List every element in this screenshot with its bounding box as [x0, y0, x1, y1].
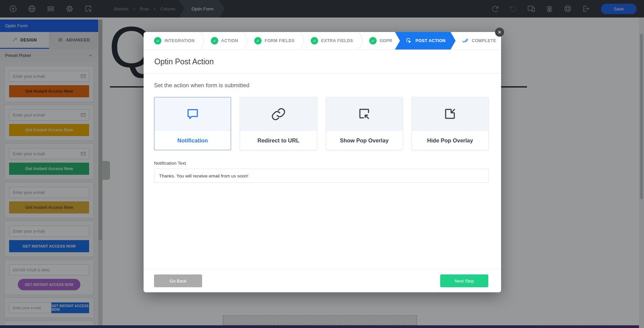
wizard-step-label: POST ACTION: [415, 38, 445, 43]
wizard-step-integration[interactable]: INTEGRATION: [148, 32, 200, 50]
wizard-step-action[interactable]: ACTION: [205, 32, 244, 50]
check-circle-icon: [311, 37, 318, 44]
option-label: Show Pop Overlay: [326, 131, 403, 150]
step-separator: [200, 32, 205, 50]
modal-title: Optin Post Action: [144, 50, 501, 73]
step-separator: [244, 32, 249, 50]
wizard-step-label: INTEGRATION: [164, 38, 195, 43]
notification-text-input[interactable]: [154, 169, 489, 183]
wizard-step-complete[interactable]: COMPLETE: [456, 32, 501, 50]
wizard-step-label: EXTRA FIELDS: [321, 38, 353, 43]
check-circle-icon: [154, 37, 161, 44]
wizard-steps: INTEGRATIONACTIONFORM FIELDSEXTRA FIELDS…: [144, 32, 501, 50]
notification-icon: [154, 97, 231, 131]
next-step-button[interactable]: Next Step: [440, 274, 488, 287]
notification-text-label: Notification Text: [154, 161, 489, 166]
option-redirect-to-url[interactable]: Redirect to URL: [240, 97, 317, 150]
modal-footer: Go Back Next Step: [144, 269, 501, 292]
option-label: Redirect to URL: [240, 131, 316, 150]
step-separator: [300, 32, 305, 50]
close-icon[interactable]: [495, 28, 504, 37]
option-notification[interactable]: Notification: [154, 97, 231, 150]
wizard-step-gdpr[interactable]: GDPR: [364, 32, 398, 50]
check-circle-icon: [211, 37, 218, 44]
pop-show-icon: [326, 97, 403, 131]
step-separator: [359, 32, 364, 50]
check-circle-icon: [369, 37, 377, 44]
modal-body: Set the action when form is submitted No…: [144, 82, 501, 183]
go-back-button[interactable]: Go Back: [154, 274, 202, 287]
option-label: Notification: [154, 131, 231, 150]
link-icon: [240, 97, 316, 131]
double-check-icon: [461, 37, 469, 44]
optin-wizard-modal: INTEGRATIONACTIONFORM FIELDSEXTRA FIELDS…: [144, 32, 501, 292]
modal-description: Set the action when form is submitted: [154, 82, 489, 89]
wizard-step-label: GDPR: [380, 38, 392, 43]
click-icon: [405, 37, 412, 44]
check-circle-icon: [254, 37, 262, 44]
option-show-pop-overlay[interactable]: Show Pop Overlay: [326, 97, 403, 150]
pop-hide-icon: [412, 97, 488, 131]
wizard-step-extra-fields[interactable]: EXTRA FIELDS: [305, 32, 359, 50]
wizard-step-label: COMPLETE: [472, 38, 496, 43]
post-action-options: NotificationRedirect to URLShow Pop Over…: [154, 97, 489, 150]
wizard-step-label: FORM FIELDS: [265, 38, 295, 43]
wizard-step-post-action[interactable]: POST ACTION: [395, 32, 455, 50]
wizard-step-label: ACTION: [221, 38, 238, 43]
option-label: Hide Pop Overlay: [412, 131, 488, 150]
option-hide-pop-overlay[interactable]: Hide Pop Overlay: [412, 97, 489, 150]
wizard-step-form-fields[interactable]: FORM FIELDS: [249, 32, 300, 50]
